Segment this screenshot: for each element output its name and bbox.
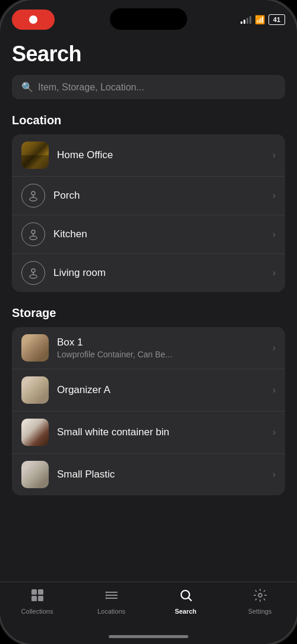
search-input-placeholder[interactable]: Item, Storage, Location...	[38, 82, 144, 93]
svg-point-1	[30, 197, 37, 201]
chevron-right-icon: ›	[273, 190, 276, 201]
item-text: Home Office	[57, 149, 268, 161]
tab-settings-label: Settings	[248, 608, 272, 615]
svg-point-7	[30, 275, 37, 278]
svg-point-18	[105, 598, 107, 599]
storage-section-title: Storage	[12, 306, 285, 320]
chevron-right-icon: ›	[273, 150, 276, 161]
list-item[interactable]: Organizer A ›	[12, 369, 285, 411]
locations-icon	[105, 588, 119, 606]
page-title: Search	[12, 42, 285, 67]
item-subtitle: Lowprofile Container, Can Be...	[57, 350, 268, 359]
svg-rect-9	[31, 589, 37, 595]
item-text: Box 1 Lowprofile Container, Can Be...	[57, 337, 268, 359]
storage-list: Box 1 Lowprofile Container, Can Be... › …	[12, 327, 285, 495]
battery-indicator: 41	[268, 14, 285, 25]
item-title: Box 1	[57, 337, 268, 348]
white-container-icon	[21, 419, 49, 446]
svg-point-6	[31, 269, 35, 272]
svg-point-3	[31, 230, 35, 234]
dynamic-island	[110, 8, 187, 30]
item-text: Small white container bin	[57, 426, 268, 438]
svg-rect-10	[38, 589, 43, 595]
tab-search[interactable]: Search	[148, 588, 223, 615]
collections-icon	[30, 588, 45, 606]
svg-rect-12	[38, 596, 43, 601]
item-title: Living room	[53, 267, 106, 278]
svg-point-16	[105, 592, 107, 593]
status-left	[12, 10, 55, 30]
list-item[interactable]: Kitchen ›	[12, 215, 285, 254]
svg-point-17	[105, 595, 107, 596]
phone-frame: Mockview.app 📶 41 Search 🔍 Item, Storage	[0, 0, 297, 644]
svg-line-20	[188, 598, 191, 601]
item-text: Organizer A	[57, 384, 268, 396]
home-office-icon	[21, 142, 49, 169]
item-title: Small white container bin	[57, 426, 169, 438]
home-indicator	[109, 635, 188, 638]
signal-icon	[241, 15, 251, 24]
list-item[interactable]: Box 1 Lowprofile Container, Can Be... ›	[12, 327, 285, 369]
svg-rect-11	[31, 596, 37, 601]
list-item[interactable]: Small Plastic ›	[12, 454, 285, 495]
svg-point-21	[258, 593, 262, 597]
box1-icon	[21, 334, 49, 362]
record-dot	[29, 15, 37, 24]
item-text: Small Plastic	[57, 469, 268, 480]
main-content: Search 🔍 Item, Storage, Location... Loca…	[0, 32, 297, 582]
organizer-icon	[21, 376, 49, 404]
tab-locations-label: Locations	[97, 608, 125, 615]
search-icon: 🔍	[21, 81, 33, 93]
chevron-right-icon: ›	[273, 427, 276, 438]
tab-locations[interactable]: Locations	[74, 588, 148, 615]
item-title: Small Plastic	[57, 469, 115, 480]
record-indicator	[12, 10, 55, 30]
list-item[interactable]: Home Office ›	[12, 134, 285, 177]
item-text: Porch	[53, 190, 268, 202]
list-item[interactable]: Small white container bin ›	[12, 411, 285, 454]
settings-icon	[253, 588, 267, 606]
phone-screen: Mockview.app 📶 41 Search 🔍 Item, Storage	[0, 0, 297, 644]
tab-bar: Collections Locations	[0, 582, 297, 632]
chevron-right-icon: ›	[273, 469, 276, 480]
chevron-right-icon: ›	[273, 343, 276, 353]
chevron-right-icon: ›	[273, 229, 276, 240]
tab-collections[interactable]: Collections	[0, 588, 74, 615]
tab-settings[interactable]: Settings	[223, 588, 297, 615]
svg-point-0	[31, 191, 35, 195]
list-item[interactable]: Porch ›	[12, 177, 285, 215]
item-title: Home Office	[57, 149, 113, 161]
tab-collections-label: Collections	[21, 608, 53, 615]
item-text: Kitchen	[53, 228, 268, 240]
location-list: Home Office › Porch	[12, 134, 285, 292]
item-title: Organizer A	[57, 384, 110, 395]
list-item[interactable]: Living room ›	[12, 254, 285, 292]
location-section-title: Location	[12, 114, 285, 127]
status-right: 📶 41	[241, 14, 285, 25]
chevron-right-icon: ›	[273, 268, 276, 278]
kitchen-icon	[21, 222, 45, 246]
living-room-icon	[21, 261, 45, 285]
svg-point-4	[30, 236, 37, 240]
item-text: Living room	[53, 267, 268, 279]
item-title: Kitchen	[53, 228, 87, 240]
small-plastic-icon	[21, 461, 49, 488]
wifi-icon: 📶	[255, 15, 265, 24]
search-bar[interactable]: 🔍 Item, Storage, Location...	[12, 75, 285, 99]
porch-icon	[21, 184, 45, 208]
search-tab-icon	[179, 588, 193, 606]
tab-search-label: Search	[175, 608, 197, 615]
chevron-right-icon: ›	[273, 385, 276, 395]
item-title: Porch	[53, 190, 80, 201]
